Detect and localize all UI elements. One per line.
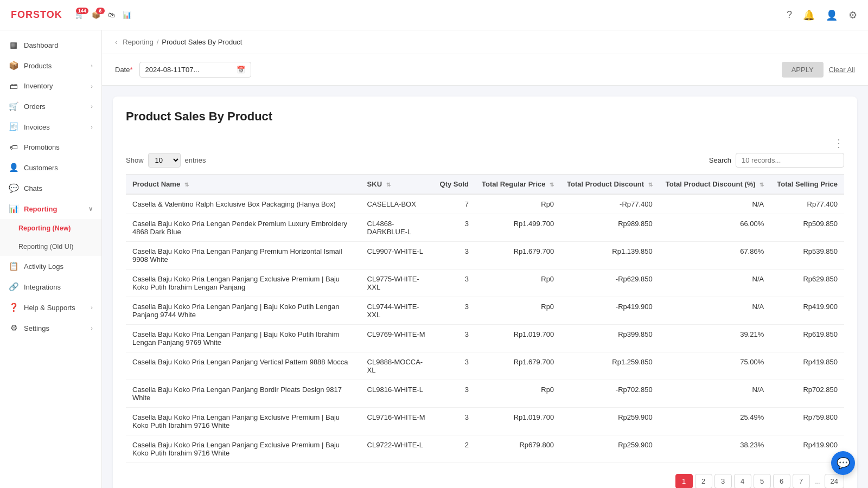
chevron-right-icon: ›	[91, 83, 93, 89]
sidebar-item-integrations[interactable]: 🔗 Integrations	[0, 277, 101, 297]
cell-qty-sold: 3	[433, 408, 475, 435]
chat-icon: 💬	[837, 457, 850, 470]
col-product-name[interactable]: Product Name ⇅	[126, 175, 361, 195]
chat-bubble[interactable]: 💬	[831, 451, 855, 475]
search-input[interactable]	[736, 153, 844, 168]
cell-qty-sold: 3	[433, 352, 475, 380]
cell-total-selling-price: Rp77.400	[770, 194, 844, 214]
cell-sku: CL9907-WHITE-L	[361, 242, 433, 269]
cell-total-regular-price: Rp679.800	[475, 435, 560, 463]
sidebar-label-reporting-new: Reporting (New)	[18, 224, 71, 232]
sidebar-item-activity-logs[interactable]: 📋 Activity Logs	[0, 256, 101, 277]
cell-total-product-discount-pct: 67.86%	[659, 242, 770, 269]
col-sku[interactable]: SKU ⇅	[361, 175, 433, 195]
sidebar-item-promotions[interactable]: 🏷 Promotions	[0, 137, 101, 157]
entries-label: entries	[185, 156, 206, 164]
cell-total-product-discount: Rp989.850	[560, 214, 659, 242]
cell-total-product-discount: -Rp629.850	[560, 269, 659, 297]
table-row: Casella Baju Koko Pria Lengan Panjang Ex…	[126, 269, 844, 297]
page-btn-4[interactable]: 4	[734, 474, 751, 488]
page-btn-1[interactable]: 1	[675, 474, 693, 488]
topbar-icons: 🛒 144 📦 6 🛍 📊	[75, 11, 131, 19]
settings-icon: ⚙	[9, 323, 18, 333]
sort-icon: ⇅	[184, 182, 189, 188]
notification-icon[interactable]: 🔔	[803, 9, 815, 21]
chevron-right-icon: ›	[91, 325, 93, 331]
breadcrumb-back-icon: ‹	[115, 38, 117, 46]
cell-total-regular-price: Rp1.019.700	[475, 408, 560, 435]
page-btn-6[interactable]: 6	[773, 474, 790, 488]
table-controls: Show 10 25 50 100 entries Search	[126, 153, 844, 168]
cell-total-selling-price: Rp419.900	[770, 297, 844, 325]
date-label: Date*	[115, 66, 133, 74]
col-total-product-discount-pct[interactable]: Total Product Discount (%) ⇅	[659, 175, 770, 195]
user-icon[interactable]: 👤	[826, 9, 838, 21]
entries-select[interactable]: 10 25 50 100	[148, 153, 181, 168]
help-icon[interactable]: ?	[787, 9, 792, 21]
invoices-icon: 🧾	[9, 122, 18, 132]
breadcrumb-parent[interactable]: Reporting	[123, 38, 153, 46]
topbar-right: ? 🔔 👤 ⚙	[787, 9, 857, 21]
sidebar-sub-reporting: Reporting (New) Reporting (Old UI)	[0, 219, 101, 256]
date-input[interactable]: 2024-08-11T07...	[145, 66, 232, 74]
sidebar-item-invoices[interactable]: 🧾 Invoices ›	[0, 117, 101, 137]
sidebar-item-reporting-old[interactable]: Reporting (Old UI)	[0, 237, 101, 256]
sidebar-item-inventory[interactable]: 🗃 Inventory ›	[0, 76, 101, 96]
cell-product-name: Casella Baju Koko Pria Lengan Panjang Bo…	[126, 380, 361, 408]
sidebar-item-customers[interactable]: 👤 Customers	[0, 157, 101, 178]
cell-total-product-discount-pct: 75.00%	[659, 352, 770, 380]
page-btn-2[interactable]: 2	[695, 474, 712, 488]
cell-total-product-discount-pct: N/A	[659, 297, 770, 325]
sort-icon: ⇅	[760, 182, 764, 188]
sidebar-label-dashboard: Dashboard	[24, 41, 59, 49]
sidebar-item-reporting[interactable]: 📊 Reporting ∨	[0, 198, 101, 219]
sidebar: ▦ Dashboard 📦 Products › 🗃 Inventory › 🛒…	[0, 30, 102, 488]
col-total-selling-price: Total Selling Price	[770, 175, 844, 195]
cell-total-product-discount: -Rp702.850	[560, 380, 659, 408]
sort-icon: ⇅	[648, 182, 653, 188]
calendar-icon[interactable]: 📅	[237, 66, 245, 74]
pagination: 1 2 3 4 5 6 7 ... 24	[126, 474, 844, 488]
sidebar-label-reporting: Reporting	[24, 205, 57, 213]
cell-sku: CL9722-WHITE-L	[361, 435, 433, 463]
content-area: ‹ Reporting / Product Sales By Product D…	[102, 30, 868, 488]
page-btn-3[interactable]: 3	[714, 474, 732, 488]
cart-icon-wrap[interactable]: 🛒 144	[75, 11, 84, 19]
sidebar-item-chats[interactable]: 💬 Chats	[0, 178, 101, 198]
cell-qty-sold: 3	[433, 380, 475, 408]
sidebar-label-activity-logs: Activity Logs	[24, 262, 63, 271]
chevron-right-icon: ›	[91, 124, 93, 130]
topbar: FORSTOK 🛒 144 📦 6 🛍 📊 ? 🔔 👤 ⚙	[0, 0, 868, 30]
page-btn-7[interactable]: 7	[793, 474, 810, 488]
activity-icon: 📋	[9, 261, 18, 271]
table-row: Casella & Valentino Ralph Exclusive Box …	[126, 194, 844, 214]
page-btn-24[interactable]: 24	[825, 474, 844, 488]
cell-sku: CL9769-WHITE-M	[361, 325, 433, 352]
chart-icon-wrap[interactable]: 📊	[123, 11, 131, 19]
app-logo: FORSTOK	[11, 9, 62, 21]
page-btn-5[interactable]: 5	[754, 474, 771, 488]
cell-qty-sold: 3	[433, 297, 475, 325]
sidebar-item-reporting-new[interactable]: Reporting (New)	[0, 219, 101, 237]
sidebar-label-settings: Settings	[24, 324, 49, 332]
cell-qty-sold: 3	[433, 269, 475, 297]
col-total-regular-price[interactable]: Total Regular Price ⇅	[475, 175, 560, 195]
sidebar-item-settings[interactable]: ⚙ Settings ›	[0, 318, 101, 338]
bag-icon-wrap[interactable]: 🛍	[108, 11, 115, 19]
sidebar-item-help[interactable]: ❓ Help & Supports ›	[0, 297, 101, 318]
table-row: Casella Baju Koko Pria Lengan Panjang Pr…	[126, 242, 844, 269]
gear-icon[interactable]: ⚙	[848, 9, 857, 21]
apply-button[interactable]: APPLY	[782, 62, 824, 78]
cell-sku: CL9888-MOCCA-XL	[361, 352, 433, 380]
products-icon: 📦	[9, 61, 18, 70]
box-icon-wrap[interactable]: 📦 6	[92, 11, 100, 19]
date-input-wrap[interactable]: 2024-08-11T07... 📅	[139, 62, 251, 78]
sidebar-item-orders[interactable]: 🛒 Orders ›	[0, 96, 101, 117]
breadcrumb-current: Product Sales By Product	[162, 38, 242, 46]
sidebar-item-products[interactable]: 📦 Products ›	[0, 55, 101, 76]
col-total-product-discount[interactable]: Total Product Discount ⇅	[560, 175, 659, 195]
three-dot-menu[interactable]: ⋮	[126, 137, 844, 150]
sidebar-item-dashboard[interactable]: ▦ Dashboard	[0, 35, 101, 55]
clear-all-button[interactable]: Clear All	[829, 66, 855, 74]
dashboard-icon: ▦	[9, 40, 18, 50]
